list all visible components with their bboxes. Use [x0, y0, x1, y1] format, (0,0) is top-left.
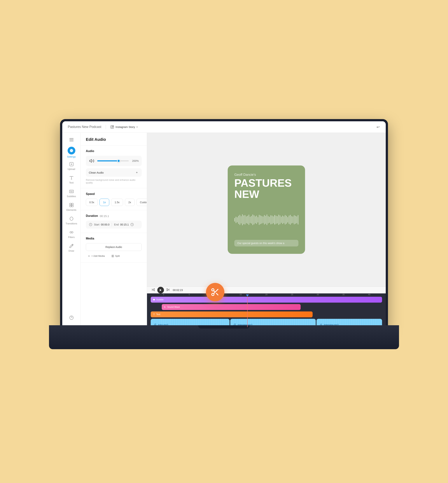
- timeline-area: 00:02:23 0 5 10 15 20: [147, 287, 386, 327]
- replace-audio-button[interactable]: Replace Audio: [86, 243, 142, 251]
- preview-area: Geoff Dancie's PASTURES NEW // Generate …: [147, 133, 386, 287]
- media-section: Media Replace Audio + Add Media: [81, 233, 147, 263]
- podcast-title: PASTURES NEW: [234, 178, 298, 200]
- clean-audio-description: Remove background noise and enhance audi…: [86, 179, 142, 184]
- volume-icon: [89, 158, 95, 164]
- timeline-ruler: 0 5 10 15 20 25 30 35 40: [147, 293, 386, 296]
- svg-point-26: [212, 289, 214, 291]
- soundwave-track-row: Sound Wave: [151, 304, 382, 311]
- speed-15x[interactable]: 1.5x: [111, 199, 123, 206]
- speed-05x[interactable]: 0.5x: [86, 199, 98, 206]
- sidebar-label-elements: Elements: [66, 209, 76, 211]
- sidebar-label-transitions: Transitions: [66, 222, 77, 225]
- ruler-mark: 20: [254, 293, 279, 296]
- ruler-mark: 25: [279, 293, 305, 296]
- play-controls: 00:02:23: [152, 287, 381, 293]
- duration-section: Duration 00:15.1 Start: [81, 210, 147, 233]
- sidebar-item-transitions[interactable]: Transitions: [64, 214, 79, 227]
- skip-forward-icon: [166, 288, 170, 292]
- clean-audio-label: Clean Audio: [89, 171, 135, 174]
- sidebar-item-text[interactable]: Text: [64, 173, 79, 186]
- svg-line-29: [216, 293, 218, 295]
- add-media-label: + Add Media: [91, 255, 105, 257]
- clock-start-icon: [89, 223, 92, 226]
- skip-back-button[interactable]: [152, 288, 155, 292]
- play-icon: [159, 289, 162, 292]
- sidebar-item-help[interactable]: [64, 311, 79, 324]
- platform-selector[interactable]: Instagram Story ▾: [110, 125, 138, 129]
- cut-button[interactable]: [206, 283, 224, 301]
- speed-1x[interactable]: 1x: [99, 199, 109, 206]
- sidebar: Settings Upload: [62, 133, 81, 327]
- back-button[interactable]: ↩: [376, 125, 380, 129]
- text-track-icon: [153, 313, 155, 315]
- subtitle-track[interactable]: Subtitle: [151, 297, 382, 303]
- volume-row: 200%: [86, 156, 142, 166]
- top-bar-divider: [106, 125, 106, 129]
- svg-point-16: [72, 232, 73, 233]
- svg-rect-13: [70, 205, 71, 207]
- split-button[interactable]: Split: [110, 253, 122, 258]
- ruler-mark: 30: [305, 293, 331, 296]
- skip-forward-button[interactable]: [166, 288, 170, 292]
- svg-marker-34: [167, 288, 168, 291]
- sidebar-item-subtitles[interactable]: Subtitles: [64, 187, 79, 200]
- play-time: 00:02:23: [173, 289, 183, 292]
- sidebar-label-upload: Upload: [68, 168, 75, 171]
- podcast-subtitle: Geoff Dancie's: [234, 173, 298, 177]
- start-value[interactable]: 00:00.0: [101, 223, 110, 226]
- scissors-icon: [211, 288, 220, 297]
- clean-audio-toggle[interactable]: Clean Audio ✦: [86, 168, 142, 177]
- soundwave-track-label: Sound Wave: [167, 306, 180, 308]
- svg-point-15: [70, 232, 72, 233]
- svg-line-30: [214, 291, 215, 292]
- sidebar-item-upload[interactable]: Upload: [64, 160, 79, 172]
- playhead[interactable]: [247, 296, 248, 327]
- menu-button[interactable]: [67, 136, 76, 144]
- speed-buttons: 0.5x 1x 1.5x 2x Custom: [86, 199, 142, 206]
- svg-marker-19: [89, 159, 92, 162]
- sidebar-item-draw[interactable]: Draw: [64, 241, 79, 254]
- add-media-button[interactable]: + Add Media: [86, 253, 107, 258]
- play-button[interactable]: [157, 287, 164, 293]
- sidebar-item-elements[interactable]: Elements: [64, 201, 79, 213]
- sidebar-item-filters[interactable]: Filters: [64, 228, 79, 241]
- subtitle-track-row: Subtitle: [151, 297, 382, 303]
- split-label: Split: [115, 255, 120, 257]
- svg-rect-14: [72, 205, 73, 207]
- svg-marker-31: [153, 288, 154, 291]
- edit-panel-title: Edit Audio: [86, 137, 142, 142]
- speed-section: Speed 0.5x 1x 1.5x 2x Custom: [81, 188, 147, 210]
- end-label: End: [114, 223, 119, 226]
- speed-2x[interactable]: 2x: [125, 199, 135, 206]
- svg-point-2: [113, 126, 113, 126]
- speed-section-title: Speed: [86, 192, 142, 196]
- end-value[interactable]: 00:15.1: [120, 223, 129, 226]
- media-section-title: Media: [86, 237, 142, 240]
- sidebar-label-settings: Settings: [67, 155, 76, 158]
- svg-rect-0: [111, 125, 114, 128]
- transitions-icon: [69, 216, 74, 221]
- timeline-toolbar: 00:02:23: [147, 287, 386, 293]
- ruler-mark: 35: [331, 293, 356, 296]
- soundwave-track[interactable]: Sound Wave: [162, 304, 301, 310]
- laptop-base: [49, 325, 399, 349]
- timeline-tracks: Subtitle Sound Wave: [147, 296, 386, 327]
- help-icon: [69, 315, 74, 320]
- speed-custom[interactable]: Custom: [136, 199, 147, 206]
- ruler-mark: 15: [228, 293, 254, 296]
- duration-time-row: Start 00:00.0 End 00:15.1: [86, 220, 142, 229]
- start-time-block: Start 00:00.0: [89, 223, 109, 226]
- volume-slider[interactable]: [97, 160, 129, 161]
- media-actions: + Add Media Split: [86, 253, 142, 258]
- text-track-row: Text: [151, 312, 382, 318]
- sidebar-item-settings[interactable]: Settings: [64, 146, 79, 159]
- text-track[interactable]: Text: [151, 312, 312, 317]
- sparkle-icon: ✦: [135, 171, 139, 174]
- settings-icon: [70, 149, 73, 152]
- svg-point-27: [212, 293, 214, 296]
- ruler-mark: 5: [176, 293, 202, 296]
- chevron-down-icon[interactable]: ▾: [136, 126, 138, 128]
- top-bar: Pastures New Podcast Instagram Story ▾ ↩: [62, 121, 386, 133]
- soundwave-track-icon: [164, 306, 166, 308]
